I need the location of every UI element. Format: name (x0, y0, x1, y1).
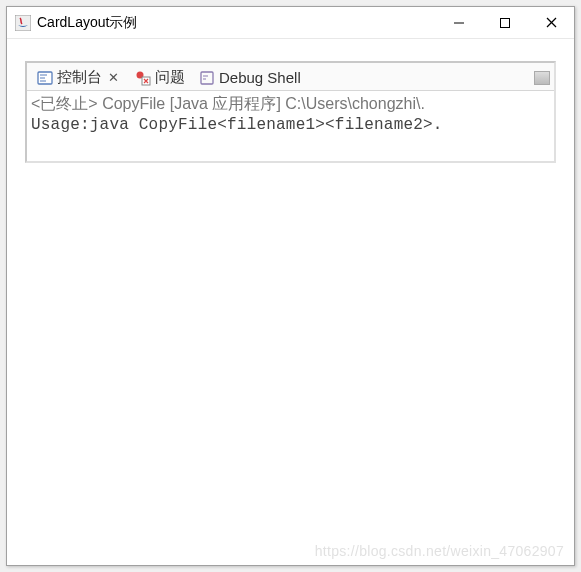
close-button[interactable] (528, 7, 574, 38)
console-panel: 控制台 ✕ 问题 (25, 61, 556, 163)
window-title: CardLayout示例 (37, 14, 436, 32)
tab-debug-shell[interactable]: Debug Shell (193, 67, 307, 88)
tab-debug-label: Debug Shell (219, 69, 301, 86)
maximize-button[interactable] (482, 7, 528, 38)
client-area: 控制台 ✕ 问题 (7, 39, 574, 565)
svg-rect-2 (501, 18, 510, 27)
tab-console-label: 控制台 (57, 68, 102, 87)
app-window: CardLayout示例 (6, 6, 575, 566)
problems-icon (135, 70, 151, 86)
svg-rect-0 (15, 15, 31, 31)
termination-status: <已终止> CopyFile [Java 应用程序] C:\Users\chon… (31, 93, 550, 115)
tab-bar: 控制台 ✕ 问题 (27, 63, 554, 91)
tab-menu-button[interactable] (534, 71, 550, 85)
window-controls (436, 7, 574, 38)
usage-line: Usage:java CopyFile<filename1><filename2… (31, 115, 550, 137)
console-output[interactable]: <已终止> CopyFile [Java 应用程序] C:\Users\chon… (27, 91, 554, 161)
java-app-icon (15, 15, 31, 31)
minimize-button[interactable] (436, 7, 482, 38)
watermark: https://blog.csdn.net/weixin_47062907 (315, 543, 564, 559)
debug-shell-icon (199, 70, 215, 86)
tab-problems[interactable]: 问题 (129, 66, 191, 89)
tab-console[interactable]: 控制台 ✕ (31, 66, 127, 89)
console-icon (37, 70, 53, 86)
title-bar[interactable]: CardLayout示例 (7, 7, 574, 39)
svg-rect-11 (201, 72, 213, 84)
close-tab-icon[interactable]: ✕ (106, 70, 121, 85)
tab-problems-label: 问题 (155, 68, 185, 87)
